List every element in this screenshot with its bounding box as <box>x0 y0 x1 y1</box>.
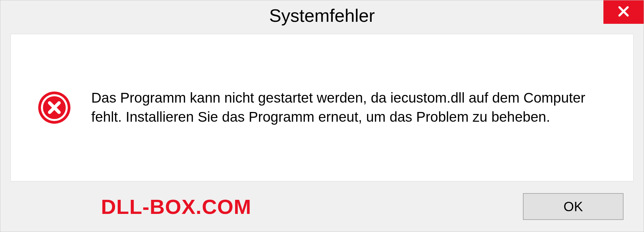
dialog-footer: DLL-BOX.COM OK <box>0 181 644 232</box>
error-message: Das Programm kann nicht gestartet werden… <box>91 89 606 126</box>
ok-button[interactable]: OK <box>523 193 624 220</box>
message-panel: Das Programm kann nicht gestartet werden… <box>10 34 634 181</box>
close-icon <box>616 4 631 20</box>
dialog-title: Systemfehler <box>269 5 375 26</box>
close-button[interactable] <box>603 0 644 24</box>
titlebar: Systemfehler <box>0 0 644 31</box>
watermark-text: DLL-BOX.COM <box>101 195 251 219</box>
error-icon <box>38 91 71 124</box>
error-dialog: Systemfehler Das Programm kann nicht ges… <box>0 0 644 232</box>
